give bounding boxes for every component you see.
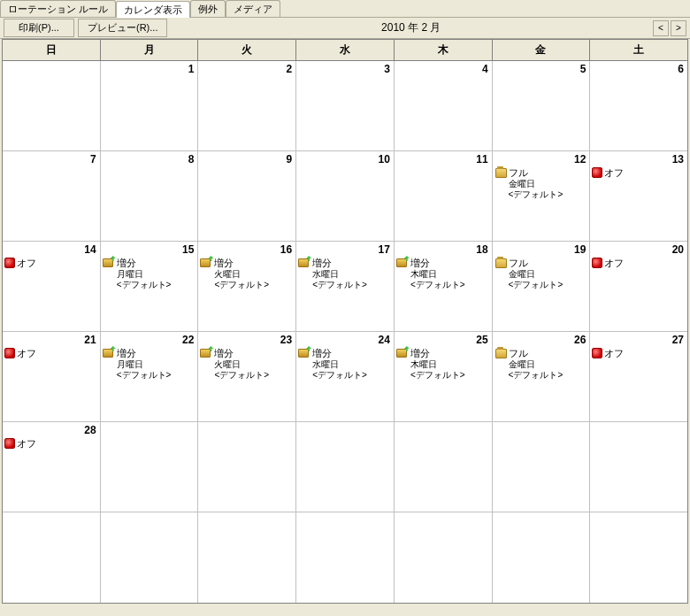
day-number: 15 bbox=[182, 243, 194, 256]
entry-text: オフ bbox=[17, 258, 36, 269]
calendar-cell[interactable] bbox=[590, 512, 687, 603]
prev-month-button[interactable]: < bbox=[653, 20, 669, 36]
calendar-cell[interactable]: 24増分水曜日<デフォルト> bbox=[296, 332, 395, 421]
calendar-cell[interactable]: 3 bbox=[296, 61, 395, 150]
calendar-cell[interactable]: 22増分月曜日<デフォルト> bbox=[101, 332, 199, 421]
entry-sub2: <デフォルト> bbox=[117, 370, 172, 381]
calendar-cell[interactable] bbox=[395, 512, 493, 603]
calendar-cell[interactable] bbox=[493, 512, 591, 603]
tab-bar: ローテーション ルールカレンダ表示例外メディア bbox=[0, 0, 690, 18]
entry-sub1: 月曜日 bbox=[117, 269, 172, 280]
calendar-entry[interactable]: 増分火曜日<デフォルト> bbox=[200, 348, 294, 381]
calendar-entry[interactable]: 増分水曜日<デフォルト> bbox=[298, 258, 392, 290]
calendar-cell[interactable] bbox=[198, 512, 296, 603]
tab-0[interactable]: ローテーション ルール bbox=[0, 0, 116, 17]
calendar-entry[interactable]: 増分火曜日<デフォルト> bbox=[200, 258, 294, 290]
calendar-cell[interactable]: 13オフ bbox=[590, 151, 687, 241]
entry-sub2: <デフォルト> bbox=[214, 370, 269, 381]
entry-sub1: 水曜日 bbox=[312, 269, 367, 280]
full-icon bbox=[494, 167, 507, 178]
calendar-cell[interactable]: 18増分木曜日<デフォルト> bbox=[395, 242, 493, 331]
calendar-cell[interactable]: 11 bbox=[395, 151, 493, 241]
inc-icon bbox=[298, 258, 310, 267]
day-number: 16 bbox=[280, 243, 292, 256]
calendar-cell[interactable]: 6 bbox=[590, 61, 687, 150]
entry-text: 増分月曜日<デフォルト> bbox=[117, 258, 172, 290]
entry-sub1: 月曜日 bbox=[117, 359, 172, 370]
next-month-button[interactable]: > bbox=[671, 20, 686, 36]
calendar-cell[interactable]: 5 bbox=[493, 61, 591, 150]
weekday-header: 土 bbox=[590, 40, 687, 60]
calendar-entry[interactable]: 増分木曜日<デフォルト> bbox=[396, 348, 490, 381]
entry-sub2: <デフォルト> bbox=[214, 280, 269, 290]
day-number: 10 bbox=[379, 153, 390, 166]
calendar-cell[interactable]: 7 bbox=[3, 151, 101, 241]
off-icon bbox=[592, 167, 602, 178]
calendar-cell[interactable]: 16増分火曜日<デフォルト> bbox=[198, 242, 296, 331]
entry-text: 増分火曜日<デフォルト> bbox=[214, 258, 269, 290]
calendar-cell[interactable]: 8 bbox=[101, 151, 199, 241]
calendar-cell[interactable]: 4 bbox=[395, 61, 493, 150]
calendar-cell[interactable] bbox=[198, 422, 296, 512]
calendar-entry[interactable]: 増分水曜日<デフォルト> bbox=[298, 348, 392, 381]
calendar-cell[interactable]: 26フル金曜日<デフォルト> bbox=[493, 332, 591, 421]
calendar-cell[interactable] bbox=[590, 422, 687, 512]
calendar-cell[interactable]: 19フル金曜日<デフォルト> bbox=[493, 242, 591, 331]
calendar-cell[interactable]: 14オフ bbox=[3, 242, 101, 331]
entry-label: オフ bbox=[17, 258, 36, 269]
preview-button[interactable]: プレビュー(R)... bbox=[78, 19, 167, 37]
full-icon bbox=[494, 348, 507, 358]
entry-label: 増分 bbox=[117, 348, 172, 359]
calendar-cell[interactable]: 28オフ bbox=[3, 422, 101, 512]
calendar-cell[interactable]: 21オフ bbox=[3, 332, 101, 421]
calendar-entry[interactable]: 増分木曜日<デフォルト> bbox=[396, 258, 490, 290]
calendar-entry[interactable]: 増分月曜日<デフォルト> bbox=[103, 348, 196, 381]
inc-icon bbox=[200, 258, 212, 267]
calendar-cell[interactable]: 25増分木曜日<デフォルト> bbox=[395, 332, 493, 421]
entry-text: フル金曜日<デフォルト> bbox=[509, 167, 564, 200]
calendar-cell[interactable]: 2 bbox=[198, 61, 296, 150]
calendar-cell[interactable]: 27オフ bbox=[590, 332, 687, 421]
calendar-cell[interactable] bbox=[493, 422, 591, 512]
calendar-cell[interactable]: 15増分月曜日<デフォルト> bbox=[101, 242, 199, 331]
calendar-cell[interactable] bbox=[101, 422, 199, 512]
calendar-cell[interactable]: 1 bbox=[101, 61, 199, 150]
entry-sub2: <デフォルト> bbox=[410, 370, 465, 381]
calendar-entry[interactable]: オフ bbox=[592, 348, 686, 359]
calendar-cell[interactable] bbox=[3, 512, 101, 603]
calendar-cell[interactable] bbox=[395, 422, 493, 512]
calendar-entry[interactable]: オフ bbox=[4, 348, 98, 359]
tab-3[interactable]: メディア bbox=[226, 0, 280, 17]
calendar-cell[interactable] bbox=[3, 61, 101, 150]
day-number: 27 bbox=[672, 334, 684, 346]
day-number: 3 bbox=[384, 63, 390, 75]
calendar-cell[interactable] bbox=[101, 512, 199, 603]
calendar-cell[interactable]: 10 bbox=[296, 151, 395, 241]
calendar-cell[interactable] bbox=[296, 422, 395, 512]
entry-label: オフ bbox=[604, 258, 624, 269]
tab-1[interactable]: カレンダ表示 bbox=[116, 1, 190, 18]
print-button[interactable]: 印刷(P)... bbox=[4, 19, 74, 37]
calendar-entry[interactable]: フル金曜日<デフォルト> bbox=[494, 167, 588, 200]
entry-label: オフ bbox=[604, 167, 624, 179]
calendar-entry[interactable]: オフ bbox=[4, 438, 98, 450]
calendar-entry[interactable]: オフ bbox=[592, 258, 686, 269]
entry-text: 増分火曜日<デフォルト> bbox=[214, 348, 269, 381]
calendar-row: 789101112フル金曜日<デフォルト>13オフ bbox=[3, 151, 687, 242]
calendar-cell[interactable]: 20オフ bbox=[590, 242, 687, 331]
calendar-cell[interactable]: 17増分水曜日<デフォルト> bbox=[296, 242, 395, 331]
weekday-header: 火 bbox=[198, 40, 296, 60]
calendar-cell[interactable]: 12フル金曜日<デフォルト> bbox=[493, 151, 591, 241]
calendar-entry[interactable]: 増分月曜日<デフォルト> bbox=[103, 258, 196, 290]
calendar-cell[interactable]: 9 bbox=[198, 151, 296, 241]
calendar-entry[interactable]: オフ bbox=[592, 167, 686, 179]
entry-sub1: 金曜日 bbox=[509, 269, 564, 280]
calendar-entry[interactable]: オフ bbox=[4, 258, 98, 269]
calendar-entry[interactable]: フル金曜日<デフォルト> bbox=[494, 258, 588, 290]
calendar-entry[interactable]: フル金曜日<デフォルト> bbox=[494, 348, 588, 381]
entry-sub2: <デフォルト> bbox=[117, 280, 172, 290]
entry-text: フル金曜日<デフォルト> bbox=[509, 348, 564, 381]
tab-2[interactable]: 例外 bbox=[190, 0, 226, 17]
calendar-cell[interactable]: 23増分火曜日<デフォルト> bbox=[198, 332, 296, 421]
calendar-cell[interactable] bbox=[296, 512, 395, 603]
